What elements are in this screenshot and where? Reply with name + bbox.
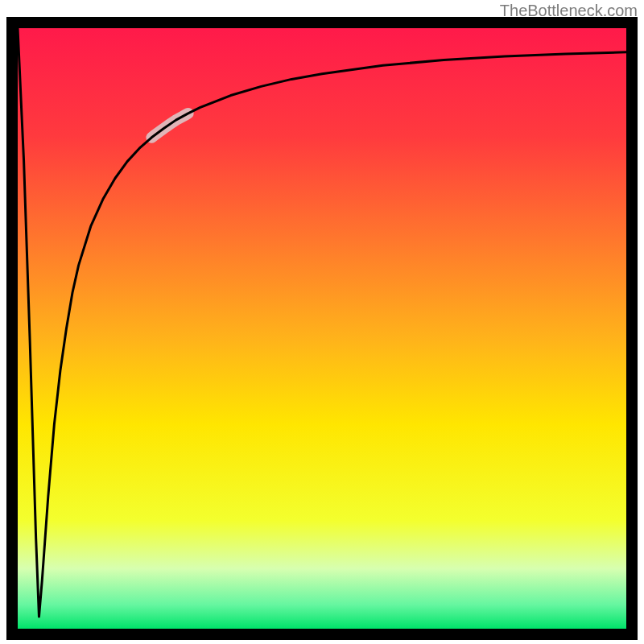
attribution-label: TheBottleneck.com [500, 2, 638, 20]
bottleneck-chart [0, 0, 644, 644]
gradient-background [18, 28, 626, 629]
chart-container: TheBottleneck.com [0, 0, 644, 644]
